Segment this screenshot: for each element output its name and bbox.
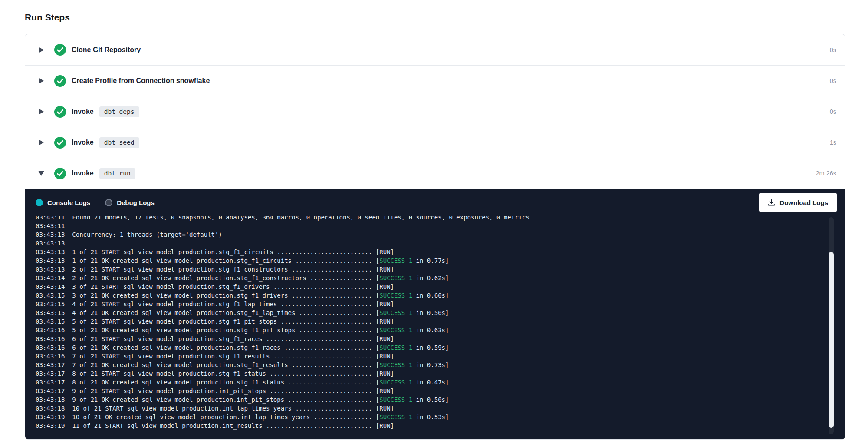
chevron-down-icon — [38, 171, 44, 176]
log-timestamp: 03:43:19 — [36, 413, 72, 421]
log-line: 03:43:1911 of 21 START sql view model pr… — [36, 421, 845, 430]
success-check-icon — [54, 168, 66, 179]
step-duration: 2m 26s — [815, 170, 836, 177]
chevron-right-icon — [39, 78, 44, 84]
debug-logs-radio[interactable]: Debug Logs — [105, 199, 155, 206]
console-scrollbar-thumb[interactable] — [829, 252, 834, 428]
command-chip: dbt deps — [99, 106, 139, 117]
log-success-text: SUCCESS 1 — [379, 344, 412, 351]
log-timestamp: 03:43:17 — [36, 369, 72, 378]
success-check-icon — [54, 106, 66, 118]
log-success-text: SUCCESS 1 — [379, 379, 412, 386]
step-duration: 0s — [830, 46, 836, 53]
download-icon — [768, 199, 775, 206]
step-row-dbt-seed[interactable]: Invoke dbt seed 1s — [25, 127, 845, 158]
radio-label: Debug Logs — [117, 199, 155, 206]
success-check-icon — [54, 137, 66, 149]
console-log-area[interactable]: 03:43:11Found 21 models, 17 tests, 0 sna… — [25, 216, 845, 439]
log-line: 03:43:132 of 21 START sql view model pro… — [36, 265, 845, 274]
step-label: Clone Git Repository — [72, 46, 141, 54]
download-logs-button[interactable]: Download Logs — [759, 193, 837, 212]
expand-caret[interactable] — [38, 47, 45, 53]
success-check-icon — [54, 75, 66, 87]
command-chip: dbt seed — [99, 137, 139, 148]
log-line: 03:43:11Found 21 models, 17 tests, 0 sna… — [36, 216, 845, 222]
log-timestamp: 03:43:17 — [36, 387, 72, 395]
chevron-right-icon — [39, 47, 44, 53]
log-text: 10 of 21 OK created sql view model produ… — [72, 414, 379, 421]
log-text: in 0.77s] — [412, 257, 449, 264]
log-text: 5 of 21 START sql view model production.… — [72, 318, 394, 325]
log-text: Concurrency: 1 threads (target='default'… — [72, 231, 222, 238]
log-success-text: SUCCESS 1 — [379, 327, 412, 334]
log-text: in 0.73s] — [412, 361, 449, 368]
log-text: 7 of 21 START sql view model production.… — [72, 353, 394, 360]
step-row-create-profile[interactable]: Create Profile from Connection snowflake… — [25, 65, 845, 96]
log-line: 03:43:166 of 21 START sql view model pro… — [36, 334, 845, 343]
console-log-lines: 03:43:11Found 21 models, 17 tests, 0 sna… — [36, 216, 845, 430]
log-line: 03:43:143 of 21 START sql view model pro… — [36, 282, 845, 291]
log-line: 03:43:11 — [36, 222, 845, 230]
expand-caret[interactable] — [38, 171, 45, 176]
log-text: in 0.60s] — [412, 292, 449, 299]
log-timestamp: 03:43:13 — [36, 230, 72, 239]
log-text: 8 of 21 START sql view model production.… — [72, 370, 394, 377]
log-text: in 0.59s] — [412, 344, 449, 351]
success-check-icon — [54, 44, 66, 56]
log-timestamp: 03:43:13 — [36, 256, 72, 265]
log-text: 10 of 21 START sql view model production… — [72, 405, 394, 412]
log-success-text: SUCCESS 1 — [379, 257, 412, 264]
log-line: 03:43:165 of 21 OK created sql view mode… — [36, 326, 845, 334]
log-text: in 0.63s] — [412, 327, 449, 334]
log-text: 2 of 21 OK created sql view model produc… — [72, 275, 379, 281]
log-success-text: SUCCESS 1 — [379, 275, 412, 281]
step-duration: 1s — [830, 139, 836, 146]
log-timestamp: 03:43:13 — [36, 239, 72, 248]
log-line: 03:43:154 of 21 OK created sql view mode… — [36, 308, 845, 317]
log-text: 4 of 21 OK created sql view model produc… — [72, 309, 379, 316]
console-scrollbar[interactable] — [829, 217, 834, 434]
log-timestamp: 03:43:15 — [36, 317, 72, 326]
run-steps-list: Clone Git Repository 0s Create Profile f… — [25, 34, 845, 440]
download-logs-label: Download Logs — [779, 199, 828, 206]
console-panel: Console Logs Debug Logs Download Logs 03… — [25, 189, 845, 439]
expand-caret[interactable] — [38, 78, 45, 84]
log-line: 03:43:154 of 21 START sql view model pro… — [36, 300, 845, 308]
log-timestamp: 03:43:16 — [36, 352, 72, 361]
page-title: Run Steps — [25, 12, 845, 23]
log-timestamp: 03:43:11 — [36, 222, 72, 230]
log-line: 03:43:142 of 21 OK created sql view mode… — [36, 274, 845, 282]
log-timestamp: 03:43:13 — [36, 265, 72, 274]
log-text: 4 of 21 START sql view model production.… — [72, 301, 394, 308]
log-text: 8 of 21 OK created sql view model produc… — [72, 379, 379, 386]
command-chip: dbt run — [99, 168, 135, 179]
log-text: 2 of 21 START sql view model production.… — [72, 266, 394, 273]
log-text: 3 of 21 START sql view model production.… — [72, 283, 394, 290]
log-success-text: SUCCESS 1 — [379, 309, 412, 316]
step-row-clone-git-repository[interactable]: Clone Git Repository 0s — [25, 34, 845, 65]
log-line: 03:43:178 of 21 OK created sql view mode… — [36, 378, 845, 387]
expand-caret[interactable] — [38, 139, 45, 146]
log-text: in 0.50s] — [412, 309, 449, 316]
log-text: 9 of 21 START sql view model production.… — [72, 387, 394, 394]
radio-unselected-icon[interactable] — [105, 199, 112, 206]
log-line: 03:43:166 of 21 OK created sql view mode… — [36, 343, 845, 352]
log-text: 11 of 21 START sql view model production… — [72, 422, 394, 429]
log-text: 1 of 21 START sql view model production.… — [72, 248, 394, 255]
log-line: 03:43:153 of 21 OK created sql view mode… — [36, 291, 845, 300]
step-duration: 0s — [830, 108, 836, 115]
log-line: 03:43:13 — [36, 239, 845, 248]
step-row-dbt-run[interactable]: Invoke dbt run 2m 26s — [25, 158, 845, 189]
console-header: Console Logs Debug Logs Download Logs — [25, 189, 845, 216]
log-timestamp: 03:43:17 — [36, 378, 72, 387]
log-text: 7 of 21 OK created sql view model produc… — [72, 361, 379, 368]
log-line: 03:43:13Concurrency: 1 threads (target='… — [36, 230, 845, 239]
expand-caret[interactable] — [38, 109, 45, 115]
log-line: 03:43:179 of 21 START sql view model pro… — [36, 387, 845, 395]
log-line: 03:43:155 of 21 START sql view model pro… — [36, 317, 845, 326]
console-logs-radio[interactable]: Console Logs — [36, 199, 90, 206]
log-text: 1 of 21 OK created sql view model produc… — [72, 257, 379, 264]
step-row-dbt-deps[interactable]: Invoke dbt deps 0s — [25, 96, 845, 127]
radio-selected-icon[interactable] — [36, 199, 43, 206]
step-label: Invoke — [72, 169, 94, 177]
